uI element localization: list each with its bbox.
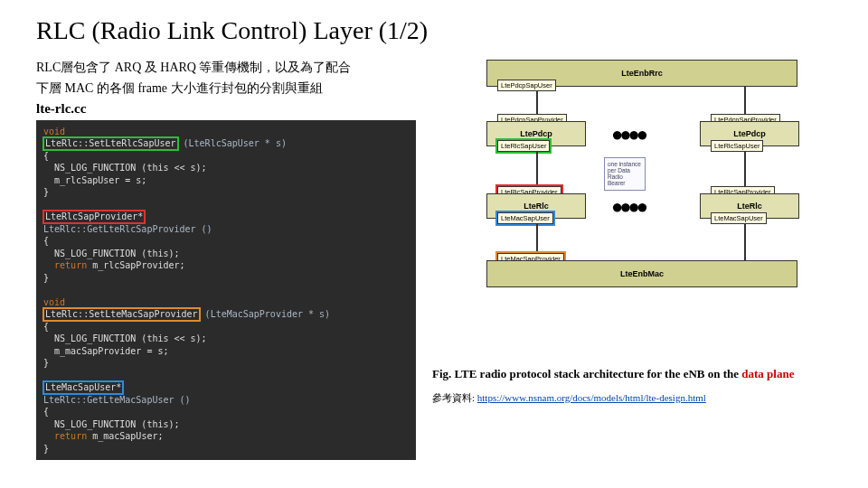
highlight-mac-sap-provider: LteRlc::SetLteMacSapProvider bbox=[43, 308, 200, 321]
reference: 參考資料: https://www.nsnam.org/docs/models/… bbox=[432, 391, 812, 405]
highlight-rlc-sap-user: LteRlc::SetLteRlcSapUser bbox=[43, 137, 178, 150]
sap-rlc-user-left: LteRlcSapUser bbox=[497, 140, 550, 152]
sap-pdcp-user: LtePdcpSapUser bbox=[497, 80, 556, 91]
ellipsis-pdcp: ●●●● bbox=[611, 123, 645, 146]
ellipsis-rlc: ●●●● bbox=[611, 195, 645, 219]
sap-rlc-user-right: LteRlcSapUser bbox=[711, 140, 763, 152]
source-filename: lte-rlc.cc bbox=[36, 101, 416, 117]
box-enb-mac: LteEnbMac bbox=[486, 260, 797, 287]
sap-mac-user-right: LteMacSapUser bbox=[711, 212, 767, 224]
description-line-1: RLC層包含了 ARQ 及 HARQ 等重傳機制，以及為了配合 bbox=[36, 60, 416, 77]
code-block: void LteRlc::SetLteRlcSapUser (LteRlcSap… bbox=[36, 120, 416, 461]
description-line-2: 下層 MAC 的各個 frame 大小進行封包的分割與重組 bbox=[36, 80, 416, 98]
reference-link[interactable]: https://www.nsnam.org/docs/models/html/l… bbox=[477, 392, 706, 403]
protocol-stack-diagram: LteEnbRrc LtePdcpSapUser LtePdcpSapProvi… bbox=[432, 60, 803, 358]
sap-mac-user-left: LteMacSapUser bbox=[497, 212, 553, 224]
highlight-rlc-sap-provider: LteRlcSapProvider* bbox=[43, 211, 145, 223]
highlight-mac-sap-user: LteMacSapUser* bbox=[43, 381, 123, 394]
figure-caption: Fig. LTE radio protocol stack architectu… bbox=[432, 367, 812, 382]
note-instance: one instance per Data Radio Bearer bbox=[604, 157, 646, 191]
page-title: RLC (Radio Link Control) Layer (1/2) bbox=[36, 16, 832, 45]
